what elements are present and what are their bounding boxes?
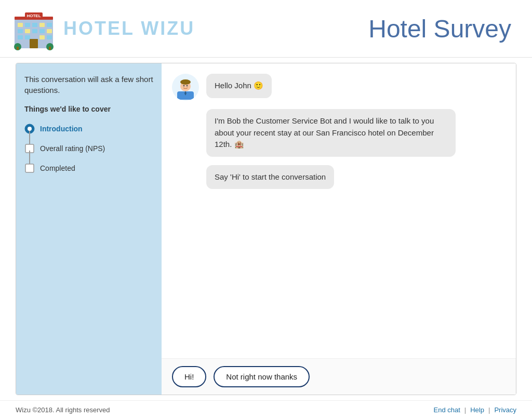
svg-point-32 bbox=[183, 85, 185, 87]
sidebar-steps-list: Introduction Overall rating (NPS) bbox=[24, 120, 153, 177]
chat-bubble-2: I'm Bob the Customer Service Bot and I w… bbox=[206, 109, 456, 157]
chat-message-2-text: I'm Bob the Customer Service Bot and I w… bbox=[215, 116, 434, 148]
bot-avatar bbox=[172, 74, 199, 101]
svg-rect-13 bbox=[47, 29, 52, 33]
svg-point-24 bbox=[28, 127, 32, 131]
page-footer: Wizu ©2018. All rights reserved End chat… bbox=[0, 400, 532, 419]
svg-rect-12 bbox=[39, 29, 45, 33]
chat-area: Hello John 🙂 I'm Bob the Customer Servic… bbox=[162, 63, 516, 395]
sidebar-item-overall-rating: Overall rating (NPS) bbox=[24, 140, 153, 157]
message-row-1: Hello John 🙂 bbox=[172, 74, 506, 101]
sidebar-intro-text: This conversation will ask a few short q… bbox=[24, 74, 153, 96]
footer-sep-1: | bbox=[464, 406, 466, 414]
svg-rect-22 bbox=[49, 47, 51, 50]
quick-reply-hi-button[interactable]: Hi! bbox=[172, 366, 206, 387]
quick-replies-area: Hi! Not right now thanks bbox=[162, 358, 516, 395]
chat-messages: Hello John 🙂 I'm Bob the Customer Servic… bbox=[162, 63, 516, 358]
sidebar-item-introduction: Introduction bbox=[24, 120, 153, 137]
svg-rect-7 bbox=[39, 23, 45, 27]
sidebar-cover-label: Things we'd like to cover bbox=[24, 105, 153, 113]
svg-rect-16 bbox=[39, 35, 45, 39]
chat-bubble-3: Say 'Hi' to start the conversation bbox=[206, 165, 334, 190]
logo-area: HOTEL HOTEL WIZU bbox=[10, 5, 195, 52]
svg-rect-9 bbox=[18, 29, 23, 33]
svg-rect-5 bbox=[25, 23, 30, 27]
svg-rect-10 bbox=[25, 29, 30, 33]
chat-bubble-1: Hello John 🙂 bbox=[206, 74, 272, 98]
chat-message-3-text: Say 'Hi' to start the conversation bbox=[215, 172, 326, 181]
step-label-completed: Completed bbox=[40, 164, 75, 172]
help-link[interactable]: Help bbox=[470, 406, 484, 414]
svg-rect-14 bbox=[18, 35, 23, 39]
message-row-3: Say 'Hi' to start the conversation bbox=[172, 165, 506, 190]
svg-rect-20 bbox=[17, 47, 19, 50]
svg-text:HOTEL: HOTEL bbox=[26, 13, 41, 18]
page-title: Hotel Survey bbox=[368, 15, 511, 43]
end-chat-link[interactable]: End chat bbox=[434, 406, 460, 414]
footer-copyright: Wizu ©2018. All rights reserved bbox=[16, 406, 110, 414]
page-header: HOTEL HOTEL WIZU Hotel Survey bbox=[0, 0, 532, 58]
step-icon-completed bbox=[24, 163, 35, 173]
sidebar: This conversation will ask a few short q… bbox=[16, 63, 162, 395]
svg-rect-18 bbox=[30, 39, 38, 48]
svg-rect-15 bbox=[25, 35, 30, 39]
svg-rect-11 bbox=[32, 29, 37, 33]
privacy-link[interactable]: Privacy bbox=[494, 406, 516, 414]
chat-message-1-text: Hello John 🙂 bbox=[215, 81, 263, 90]
step-label-introduction: Introduction bbox=[40, 125, 83, 133]
hotel-building-icon: HOTEL bbox=[10, 5, 57, 52]
svg-rect-4 bbox=[18, 23, 23, 27]
footer-sep-2: | bbox=[488, 406, 490, 414]
svg-point-31 bbox=[180, 79, 191, 85]
message-row-2: I'm Bob the Customer Service Bot and I w… bbox=[172, 109, 506, 157]
svg-rect-6 bbox=[32, 23, 37, 27]
sidebar-item-completed: Completed bbox=[24, 160, 153, 177]
svg-rect-26 bbox=[25, 164, 34, 172]
main-content: This conversation will ask a few short q… bbox=[16, 63, 516, 395]
logo-text: HOTEL WIZU bbox=[63, 18, 195, 39]
step-label-overall-rating: Overall rating (NPS) bbox=[40, 144, 105, 153]
svg-rect-8 bbox=[47, 23, 52, 27]
footer-links: End chat | Help | Privacy bbox=[434, 406, 516, 414]
svg-point-33 bbox=[187, 85, 188, 87]
quick-reply-not-now-button[interactable]: Not right now thanks bbox=[214, 366, 310, 387]
svg-rect-17 bbox=[47, 35, 52, 39]
